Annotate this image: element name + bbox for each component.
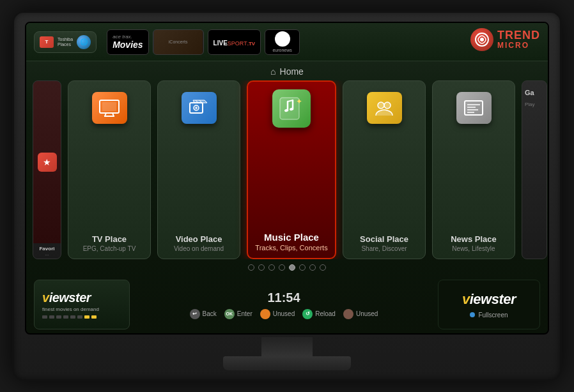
dot-7 bbox=[309, 264, 316, 271]
channel-buttons: ace trax. Movies iConcerts LIVESPORT.T bbox=[107, 29, 300, 55]
ace-trax-channel[interactable]: ace trax. Movies bbox=[107, 29, 148, 55]
music-icon: ✦ bbox=[272, 89, 311, 128]
back-control: ↩ Back bbox=[190, 309, 217, 319]
page-dots bbox=[26, 259, 548, 276]
fullscreen-dot-icon bbox=[470, 312, 475, 317]
tile-social-place[interactable]: Social Place Share, Discover bbox=[343, 80, 426, 259]
home-bar: ⌂ Home bbox=[26, 61, 548, 80]
unused1-control: Unused bbox=[260, 309, 295, 319]
dot-8 bbox=[320, 264, 326, 271]
tiles-area: ★ Favori ... bbox=[26, 80, 548, 259]
fullscreen-option[interactable]: Fullscreen bbox=[470, 312, 508, 319]
viewster-right-panel[interactable]: viewster Fullscreen bbox=[438, 280, 540, 329]
top-bar: T Toshiba Places 🌐 ace trax. Movies bbox=[26, 23, 548, 61]
tv-screen: T Toshiba Places 🌐 ace trax. Movies bbox=[25, 22, 549, 335]
svg-rect-3 bbox=[102, 102, 116, 111]
euronews-label: euronews bbox=[272, 48, 291, 52]
tv-stand-neck bbox=[261, 337, 313, 356]
unused2-control: Unused bbox=[343, 309, 378, 319]
svg-point-17 bbox=[384, 102, 391, 109]
trend-micro-logo: TREND MICRO bbox=[470, 28, 540, 51]
video-place-title: Video Place bbox=[174, 234, 224, 244]
dot-4 bbox=[279, 264, 285, 271]
progress-dot-3 bbox=[56, 315, 61, 319]
social-icon bbox=[367, 92, 402, 124]
trend-micro-icon bbox=[470, 28, 493, 51]
svg-point-11 bbox=[196, 107, 198, 109]
reload-control: ↺ Reload bbox=[302, 309, 336, 319]
reload-label: Reload bbox=[315, 310, 336, 317]
tile-games-partial[interactable]: Ga Play bbox=[522, 80, 547, 259]
bottom-section: viewster finest movies on demand bbox=[26, 276, 548, 333]
tile-news-place[interactable]: News Place News, Lifestyle bbox=[432, 80, 515, 259]
social-place-subtitle: Share, Discover bbox=[360, 245, 408, 252]
tv-place-subtitle: EPG, Catch-up TV bbox=[83, 245, 136, 252]
tv-icon bbox=[92, 92, 127, 124]
unused1-label: Unused bbox=[273, 310, 295, 317]
trend-micro-text: TREND MICRO bbox=[497, 29, 540, 50]
time-display: 11:54 bbox=[267, 290, 300, 305]
livesport-channel[interactable]: LIVESPORT.TV bbox=[208, 29, 261, 55]
toshiba-label: Toshiba Places bbox=[58, 37, 73, 47]
tv-set: T Toshiba Places 🌐 ace trax. Movies bbox=[12, 11, 562, 381]
viewster-progress-dots bbox=[42, 315, 97, 319]
livesport-tv-label: SPORT bbox=[228, 40, 247, 47]
tv-place-title: TV Place bbox=[83, 234, 136, 244]
music-place-icon: ✦ bbox=[272, 89, 311, 128]
ace-trax-label-main: Movies bbox=[112, 40, 143, 50]
tv-place-icon bbox=[90, 89, 128, 127]
progress-dot-4 bbox=[63, 315, 68, 319]
svg-point-1 bbox=[480, 38, 484, 41]
ace-trax-label-top: ace trax. bbox=[112, 34, 143, 40]
globe-icon: 🌐 bbox=[77, 35, 91, 49]
video-icon bbox=[182, 92, 217, 124]
center-controls: 11:54 ↩ Back OK Enter Unused bbox=[137, 290, 430, 319]
tile-music-place[interactable]: ✦ Music Place Tracks, Clips, Concerts bbox=[247, 80, 336, 259]
dot-1 bbox=[248, 264, 254, 271]
viewster-left-panel[interactable]: viewster finest movies on demand bbox=[34, 280, 130, 329]
news-place-title: News Place bbox=[451, 234, 497, 244]
ok-circle[interactable]: OK bbox=[224, 309, 235, 319]
progress-dot-7 bbox=[84, 315, 89, 319]
dot-3 bbox=[268, 264, 275, 271]
progress-dot-2 bbox=[49, 315, 54, 319]
reload-circle[interactable]: ↺ bbox=[302, 309, 313, 319]
video-place-icon bbox=[180, 89, 218, 127]
svg-point-16 bbox=[378, 102, 384, 109]
tv-stand-base bbox=[223, 356, 351, 370]
fullscreen-label: Fullscreen bbox=[478, 312, 508, 319]
news-icon bbox=[456, 92, 492, 124]
svg-text:✦: ✦ bbox=[296, 97, 302, 106]
home-label: Home bbox=[280, 66, 304, 77]
control-buttons: ↩ Back OK Enter Unused ↺ bbox=[190, 309, 378, 319]
tile-favorites-partial[interactable]: ★ Favori ... bbox=[33, 80, 61, 259]
music-place-title: Music Place bbox=[255, 232, 327, 243]
livesport-label: LIVE bbox=[213, 40, 228, 47]
euronews-channel[interactable]: euronews bbox=[265, 29, 300, 55]
toshiba-places-button[interactable]: T Toshiba Places 🌐 bbox=[34, 31, 97, 53]
progress-dot-6 bbox=[77, 315, 82, 319]
video-place-subtitle: Video on demand bbox=[174, 245, 224, 252]
back-label: Back bbox=[203, 310, 217, 317]
progress-dot-8 bbox=[91, 315, 97, 319]
tile-video-place[interactable]: Video Place Video on demand bbox=[157, 80, 240, 259]
dot-6 bbox=[299, 264, 306, 271]
back-circle[interactable]: ↩ bbox=[190, 309, 200, 319]
tile-tv-place[interactable]: TV Place EPG, Catch-up TV bbox=[68, 80, 151, 259]
progress-dot-1 bbox=[42, 315, 47, 319]
progress-dot-5 bbox=[70, 315, 75, 319]
euronews-circle-icon bbox=[275, 31, 290, 47]
viewster-tagline: finest movies on demand bbox=[42, 306, 99, 312]
ok-label: Enter bbox=[237, 310, 252, 317]
dot-5-active bbox=[289, 264, 295, 271]
music-place-subtitle: Tracks, Clips, Concerts bbox=[255, 244, 327, 252]
social-place-icon bbox=[365, 89, 403, 127]
news-place-icon bbox=[454, 89, 493, 127]
concerts-channel[interactable]: iConcerts bbox=[153, 29, 204, 55]
home-icon: ⌂ bbox=[270, 66, 275, 77]
unused1-circle bbox=[260, 309, 270, 319]
unused2-label: Unused bbox=[356, 310, 378, 317]
unused2-circle bbox=[343, 309, 353, 319]
viewster-right-logo: viewster bbox=[462, 291, 516, 308]
ok-control: OK Enter bbox=[224, 309, 252, 319]
